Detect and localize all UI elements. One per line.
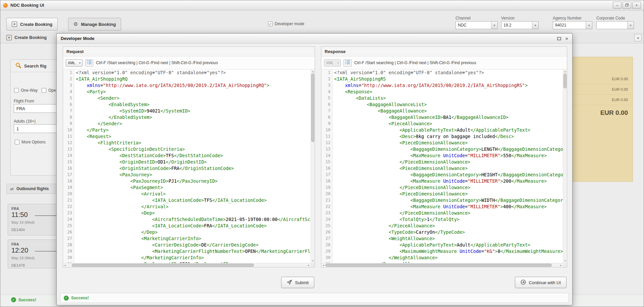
vertical-scrollbar-thumb[interactable] bbox=[564, 74, 567, 88]
one-way-option[interactable]: One-Way bbox=[14, 88, 38, 93]
code-line: <PieceDimensionAllowance> bbox=[334, 165, 563, 172]
more-options-checkbox[interactable] bbox=[15, 140, 19, 144]
code-line: <MaxMeasure UnitCode="MILLIMETER">550</M… bbox=[334, 152, 563, 159]
outbound-icon: ⇄ bbox=[10, 186, 14, 191]
response-code-area[interactable]: <?xml version="1.0" encoding="UTF-8" sta… bbox=[333, 70, 563, 263]
dialog-maximize-button[interactable] bbox=[557, 37, 561, 40]
developer-mode-checkbox[interactable]: ✓ bbox=[268, 21, 273, 26]
open-option[interactable]: Ope bbox=[42, 88, 56, 93]
minimize-button[interactable]: – bbox=[613, 2, 622, 9]
vertical-scrollbar[interactable]: ▲ ▼ bbox=[563, 70, 567, 263]
code-line: <DataLists> bbox=[334, 95, 563, 101]
collapse-panel-button[interactable]: » bbox=[634, 34, 642, 41]
chevron-down-icon[interactable]: ▾ bbox=[627, 21, 634, 29]
code-line: <BaggageDimensionCategory>LENGTH</Baggag… bbox=[334, 146, 563, 152]
line-number: 9 bbox=[321, 121, 332, 127]
flight-origin: FRA bbox=[11, 242, 19, 246]
developer-mode-toggle[interactable]: ✓ Developer mode bbox=[268, 21, 304, 26]
scrollbar-corner bbox=[563, 263, 567, 267]
horizontal-scrollbar-thumb[interactable] bbox=[325, 264, 552, 267]
adults-label: Adults (16+) bbox=[14, 119, 36, 124]
response-title: Response bbox=[325, 49, 345, 54]
scroll-down-icon[interactable]: ▼ bbox=[311, 259, 315, 263]
open-checkbox[interactable] bbox=[42, 88, 46, 93]
line-number: 5 bbox=[321, 95, 332, 101]
chevron-down-icon[interactable]: ▾ bbox=[586, 21, 592, 29]
continue-with-ui-button[interactable]: Continue with UI bbox=[515, 277, 567, 288]
code-line: <FlightCriteria> bbox=[76, 140, 311, 146]
code-line: <OriginDestID>OD1</OriginDestID> bbox=[76, 159, 311, 165]
scroll-left-icon[interactable]: ◄ bbox=[321, 263, 325, 267]
horizontal-scrollbar[interactable]: ◄ ► bbox=[321, 263, 563, 267]
code-line: <MaximumWeightMeasure UnitCode="KG">8</M… bbox=[334, 248, 563, 255]
code-line: </PieceDimensionAllowance> bbox=[334, 184, 563, 191]
code-line: </MarketingCarrierInfo> bbox=[76, 255, 311, 261]
request-line-numbers-button[interactable] bbox=[85, 59, 93, 67]
channel-label: Channel bbox=[455, 16, 471, 20]
request-panel-header: Request bbox=[63, 47, 315, 56]
more-options-toggle[interactable]: More Options bbox=[15, 140, 46, 144]
submit-button[interactable]: Submit bbox=[281, 277, 314, 288]
flight-origin: FRA bbox=[11, 207, 19, 211]
line-number: 11 bbox=[63, 133, 74, 140]
line-number: 13 bbox=[63, 146, 74, 152]
manage-booking-label: Manage Booking bbox=[81, 22, 116, 27]
vertical-scrollbar[interactable]: ▲ ▼ bbox=[311, 70, 315, 263]
scroll-right-icon[interactable]: ► bbox=[307, 263, 311, 267]
line-number: 8 bbox=[321, 114, 332, 121]
flight-from-value: FRA bbox=[16, 106, 25, 111]
agency-number-select[interactable]: 94021 ▾ bbox=[553, 21, 592, 29]
scroll-right-icon[interactable]: ► bbox=[559, 263, 563, 267]
dialog-close-button[interactable]: × bbox=[565, 36, 568, 41]
close-icon: × bbox=[565, 36, 568, 41]
code-line: <WeightAllowance> bbox=[334, 235, 563, 242]
close-button[interactable]: × bbox=[632, 2, 641, 9]
vertical-scrollbar-thumb[interactable] bbox=[311, 74, 314, 142]
code-line: <Desc>8kg carry on baggage included</Des… bbox=[334, 133, 563, 140]
version-label: Version bbox=[501, 16, 515, 20]
response-line-numbers-button[interactable] bbox=[343, 59, 352, 67]
scroll-left-icon[interactable]: ◄ bbox=[63, 263, 67, 267]
restore-button[interactable] bbox=[623, 2, 631, 9]
manage-booking-button[interactable]: ⚙ Manage Booking bbox=[68, 18, 121, 31]
line-number: 20 bbox=[321, 191, 332, 197]
request-code-area[interactable]: <?xml version="1.0" encoding="UTF-8" sta… bbox=[74, 70, 311, 263]
code-line: <BaggageAllowanceList> bbox=[334, 101, 563, 108]
line-number: 27 bbox=[63, 235, 74, 242]
line-number: 30 bbox=[63, 255, 74, 261]
line-number: 14 bbox=[321, 152, 332, 159]
code-line: </Arrival> bbox=[76, 204, 311, 210]
line-number: 30 bbox=[321, 255, 332, 261]
response-editor[interactable]: 1234567891011121314151617181920212223242… bbox=[321, 70, 567, 267]
horizontal-scrollbar-thumb[interactable] bbox=[72, 264, 254, 267]
code-line: <PieceAllowance> bbox=[334, 121, 563, 127]
code-line: <EnabledSystem> bbox=[76, 101, 311, 108]
create-booking-button[interactable]: + Create Booking bbox=[6, 18, 58, 31]
channel-select[interactable]: NDC ▾ bbox=[455, 21, 498, 29]
chevron-down-icon[interactable]: ▾ bbox=[532, 21, 538, 29]
line-number: 3 bbox=[63, 82, 74, 89]
code-line: </WeightAllowance> bbox=[334, 255, 563, 261]
line-number: 29 bbox=[321, 248, 332, 255]
scroll-up-icon[interactable]: ▲ bbox=[311, 70, 315, 74]
line-number: 1 bbox=[63, 70, 74, 76]
corporate-code-select[interactable]: ▾ bbox=[596, 21, 634, 29]
dialog-titlebar[interactable]: Developer Mode × bbox=[57, 34, 572, 44]
code-line: <IATA_LocationCode>TFS</IATA_LocationCod… bbox=[76, 197, 311, 204]
developer-mode-label: Developer mode bbox=[275, 21, 304, 26]
line-number: 7 bbox=[321, 108, 332, 114]
continue-with-ui-label: Continue with UI bbox=[529, 280, 561, 285]
line-number: 15 bbox=[63, 159, 74, 165]
version-select[interactable]: 19.2 ▾ bbox=[501, 21, 539, 29]
window-titlebar: NDC Booking UI – × bbox=[0, 0, 644, 10]
line-number: 2 bbox=[63, 76, 74, 82]
one-way-checkbox[interactable] bbox=[14, 88, 19, 93]
chevron-down-icon[interactable]: ▾ bbox=[491, 21, 497, 29]
horizontal-scrollbar[interactable]: ◄ ► bbox=[63, 263, 311, 267]
outbound-flights-title: Outbound flights bbox=[16, 186, 49, 191]
line-number: 18 bbox=[63, 178, 74, 184]
scroll-up-icon[interactable]: ▲ bbox=[563, 70, 567, 74]
scroll-down-icon[interactable]: ▼ bbox=[563, 259, 567, 263]
request-mode-select[interactable]: XML ▾ bbox=[66, 59, 83, 67]
request-editor[interactable]: 1234567891011121314151617181920212223242… bbox=[63, 70, 315, 267]
